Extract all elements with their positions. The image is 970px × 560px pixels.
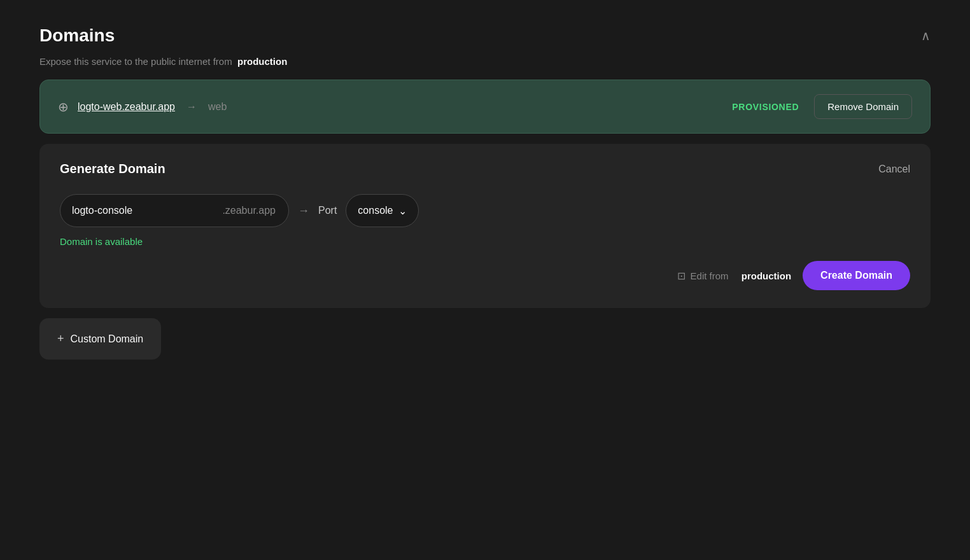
domain-input-row: .zeabur.app → Port console ⌄ <box>60 194 910 227</box>
port-value: console <box>358 205 393 216</box>
domain-suffix: .zeabur.app <box>220 205 286 216</box>
domain-link[interactable]: logto-web.zeabur.app <box>78 101 175 113</box>
domain-left: ⊕ logto-web.zeabur.app → web <box>58 99 227 115</box>
chevron-down-icon: ⌄ <box>398 205 407 217</box>
existing-domain-card: ⊕ logto-web.zeabur.app → web PROVISIONED… <box>39 80 931 134</box>
generate-domain-card: Generate Domain Cancel .zeabur.app → Por… <box>39 144 931 308</box>
domain-input[interactable] <box>72 205 220 216</box>
subtitle: Expose this service to the public intern… <box>39 56 931 67</box>
collapse-icon[interactable]: ∧ <box>921 28 931 43</box>
custom-domain-label: Custom Domain <box>71 333 144 345</box>
generate-footer: ⊡ Edit from production Create Domain <box>60 261 910 290</box>
globe-icon: ⊕ <box>58 99 69 115</box>
arrow-icon: → <box>186 101 197 113</box>
page-title: Domains <box>39 25 115 46</box>
port-select[interactable]: console ⌄ <box>346 194 418 227</box>
section-header: Domains ∧ <box>39 25 931 46</box>
domain-right: PROVISIONED Remove Domain <box>732 94 912 119</box>
terminal-icon: ⊡ <box>677 270 685 282</box>
generate-title: Generate Domain <box>60 162 165 176</box>
cancel-button[interactable]: Cancel <box>878 164 910 175</box>
port-label: Port <box>318 205 337 216</box>
domain-available-status: Domain is available <box>60 236 910 247</box>
edit-from: ⊡ Edit from production <box>677 270 792 282</box>
plus-icon: + <box>57 332 64 346</box>
generate-header: Generate Domain Cancel <box>60 162 910 176</box>
create-domain-button[interactable]: Create Domain <box>803 261 910 290</box>
provisioned-badge: PROVISIONED <box>732 102 799 112</box>
domain-port-label: web <box>208 101 227 113</box>
custom-domain-button[interactable]: + Custom Domain <box>39 318 161 360</box>
arrow-separator: → <box>298 204 309 218</box>
page-container: Domains ∧ Expose this service to the pub… <box>39 25 931 360</box>
remove-domain-button[interactable]: Remove Domain <box>814 94 912 119</box>
domain-input-wrapper[interactable]: .zeabur.app <box>60 194 289 227</box>
